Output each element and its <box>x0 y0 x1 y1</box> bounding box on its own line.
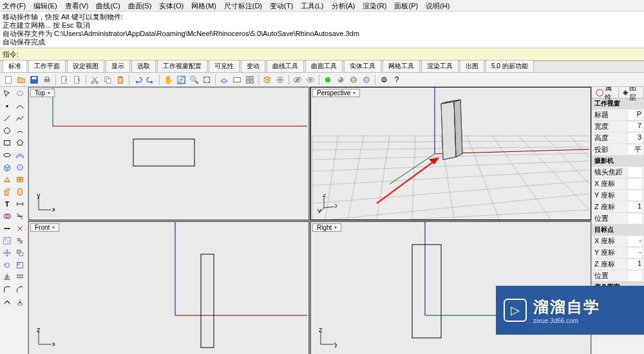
properties-icon[interactable] <box>274 74 286 86</box>
boolean-icon[interactable] <box>1 210 13 222</box>
menu-panels[interactable]: 面板(P) <box>394 1 418 10</box>
viewport-right-label[interactable]: Right <box>312 223 341 232</box>
layers-icon[interactable] <box>261 74 273 86</box>
curve-icon[interactable] <box>14 100 26 112</box>
prop-value[interactable] <box>629 167 641 177</box>
render-icon[interactable] <box>322 74 334 86</box>
pan-icon[interactable]: ✋ <box>162 74 174 86</box>
menu-surface[interactable]: 曲面(S) <box>128 1 152 10</box>
join-icon[interactable] <box>1 223 13 234</box>
menu-dimension[interactable]: 尺寸标注(D) <box>224 1 262 10</box>
print-icon[interactable] <box>41 74 53 86</box>
array-icon[interactable] <box>14 272 26 283</box>
menu-analyze[interactable]: 分析(A) <box>332 1 355 10</box>
revolve-icon[interactable] <box>14 186 26 198</box>
menu-view[interactable]: 查看(V) <box>65 1 89 10</box>
text-icon[interactable]: T <box>1 198 13 210</box>
prop-row[interactable]: 标题P <box>592 109 644 121</box>
prop-row[interactable]: Y 座标- <box>592 247 644 259</box>
copy2-icon[interactable] <box>14 247 26 259</box>
viewport-top-label[interactable]: Top <box>30 89 55 97</box>
menu-file[interactable]: 文件(F) <box>3 1 26 10</box>
save-icon[interactable] <box>28 74 40 86</box>
tab-standard[interactable]: 标准 <box>3 60 27 72</box>
prop-value[interactable] <box>629 271 641 281</box>
prop-row[interactable]: Z 座标1 <box>592 259 644 270</box>
rotate2-icon[interactable] <box>1 259 13 271</box>
copy-icon[interactable] <box>102 74 113 86</box>
viewport-top[interactable]: Top xy <box>28 87 309 220</box>
move-icon[interactable] <box>1 247 13 259</box>
mirror-icon[interactable] <box>1 272 13 283</box>
tab-meshtools[interactable]: 网格工具 <box>383 60 420 72</box>
tab-solidtools[interactable]: 实体工具 <box>344 60 381 72</box>
point-icon[interactable] <box>1 100 13 112</box>
chamfer-icon[interactable] <box>14 284 26 295</box>
ungroup-icon[interactable] <box>14 235 26 247</box>
lasso-icon[interactable] <box>14 88 26 100</box>
menu-edit[interactable]: 编辑(E) <box>33 1 57 10</box>
line-icon[interactable] <box>1 113 13 124</box>
arc-icon[interactable] <box>14 125 26 136</box>
prop-value[interactable]: 1 <box>629 259 641 269</box>
wireframe-icon[interactable] <box>348 74 359 86</box>
setview-icon[interactable] <box>244 74 256 86</box>
prop-row[interactable]: X 座标 <box>592 178 644 190</box>
menu-render[interactable]: 渲染(R) <box>363 1 386 10</box>
menu-solid[interactable]: 实体(O) <box>159 1 184 10</box>
prop-tab-properties[interactable]: ◯属性 <box>592 87 619 98</box>
undo-icon[interactable] <box>132 74 144 86</box>
tab-display[interactable]: 显示 <box>106 60 130 72</box>
ghosted-icon[interactable] <box>361 74 372 86</box>
mesh-icon[interactable] <box>1 174 13 185</box>
menu-mesh[interactable]: 网格(M) <box>191 1 216 10</box>
prop-row[interactable]: X 座标- <box>592 236 644 247</box>
viewport-front[interactable]: Front xz <box>28 221 309 354</box>
prop-value[interactable]: 1 <box>629 202 641 212</box>
show-icon[interactable] <box>305 74 316 86</box>
prop-value[interactable]: 平 <box>629 145 641 154</box>
paste-icon[interactable] <box>115 74 126 86</box>
tab-layout[interactable]: 工作视窗配置 <box>157 60 207 72</box>
ellipse-icon[interactable] <box>1 149 13 161</box>
group-icon[interactable] <box>1 235 13 247</box>
command-prompt[interactable]: 指令: <box>0 48 644 61</box>
polyline-icon[interactable] <box>14 113 26 124</box>
help-icon[interactable]: ? <box>391 74 402 86</box>
box-icon[interactable] <box>1 162 13 173</box>
hide-icon[interactable] <box>292 74 303 86</box>
fillet-icon[interactable] <box>1 284 13 295</box>
prop-row[interactable]: 宽度7 <box>592 121 644 133</box>
sphere-icon[interactable] <box>14 162 26 173</box>
namedview-icon[interactable] <box>231 74 243 86</box>
menu-tools[interactable]: 工具(L) <box>301 1 323 10</box>
menu-transform[interactable]: 变动(T) <box>270 1 293 10</box>
trim-icon[interactable] <box>14 210 26 222</box>
prop-row[interactable]: 镜头焦距 <box>592 167 644 178</box>
cut-icon[interactable] <box>89 74 100 86</box>
prop-value[interactable]: - <box>629 248 641 257</box>
menu-help[interactable]: 说明(H) <box>426 1 450 10</box>
tab-visibility[interactable]: 可见性 <box>209 60 240 72</box>
tab-setview[interactable]: 设定视图 <box>67 60 104 72</box>
tab-surfacetools[interactable]: 曲面工具 <box>305 60 343 72</box>
offset-icon[interactable] <box>1 296 13 308</box>
prop-value[interactable] <box>629 191 641 200</box>
tab-drafting[interactable]: 出图 <box>460 60 484 72</box>
menu-curve[interactable]: 曲线(C) <box>96 1 120 10</box>
prop-value[interactable]: - <box>629 236 641 246</box>
prop-value[interactable]: 3 <box>629 133 641 143</box>
explode-icon[interactable] <box>14 223 26 234</box>
polygon-icon[interactable] <box>14 137 26 149</box>
new-icon[interactable] <box>3 74 14 86</box>
rotate-icon[interactable]: 🔄 <box>175 74 187 86</box>
surface-icon[interactable] <box>14 149 26 161</box>
prop-row[interactable]: 投影平 <box>592 144 644 156</box>
zoomextents-icon[interactable] <box>201 74 213 86</box>
export-icon[interactable] <box>71 74 83 86</box>
prop-row[interactable]: 高度3 <box>592 133 644 144</box>
tab-cplane[interactable]: 工作平面 <box>28 60 66 72</box>
project-icon[interactable] <box>14 296 26 308</box>
options-icon[interactable]: ⚙ <box>378 74 390 86</box>
tab-transform[interactable]: 变动 <box>241 60 265 72</box>
